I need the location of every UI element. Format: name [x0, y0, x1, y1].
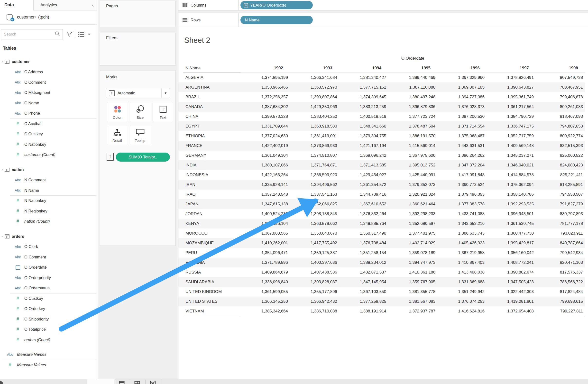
value-cell[interactable]: 793,023,911 — [536, 229, 585, 238]
value-cell[interactable]: 1,400,524,232 — [241, 209, 290, 219]
value-cell[interactable]: 1,415,560,014 — [388, 141, 437, 151]
value-cell[interactable]: 1,371,764,871 — [290, 160, 339, 170]
value-cell[interactable]: 1,372,654,408 — [486, 306, 536, 316]
field-item-o-custkey[interactable]: #O Custkey — [0, 293, 97, 303]
value-cell[interactable]: 1,386,633,743 — [437, 229, 486, 238]
value-cell[interactable]: 1,351,258,154 — [339, 248, 388, 258]
filters-card[interactable]: Filters — [100, 33, 176, 65]
value-cell[interactable]: 1,395,013,752 — [388, 160, 437, 170]
value-cell[interactable]: 1,422,163,264 — [241, 170, 290, 180]
new-dashboard-icon[interactable] — [134, 381, 140, 384]
row-header-cell[interactable]: UNITED KINGDOM — [183, 287, 241, 297]
value-cell[interactable]: 1,366,593,920 — [290, 170, 339, 180]
row-header-cell[interactable]: UNITED STATES — [183, 297, 241, 306]
value-cell[interactable]: 1,366,942,432 — [290, 297, 339, 306]
value-cell[interactable]: 1,375,068,487 — [437, 131, 486, 141]
value-cell[interactable]: 817,576,337 — [536, 267, 585, 277]
value-cell[interactable]: 1,359,078,189 — [388, 248, 437, 258]
column-group-header[interactable]: O Orderdate — [241, 56, 585, 61]
value-cell[interactable]: 1,350,317,490 — [339, 229, 388, 238]
value-cell[interactable]: 1,355,177,896 — [290, 287, 339, 297]
value-cell[interactable]: 783,467,951 — [536, 83, 585, 92]
value-cell[interactable]: 1,376,832,264 — [339, 209, 388, 219]
field-item-o-orderkey[interactable]: #O Orderkey — [0, 304, 97, 314]
value-cell[interactable]: 1,344,356,104 — [241, 219, 290, 229]
value-cell[interactable]: 1,389,234,012 — [339, 258, 388, 267]
value-cell[interactable]: 1,378,487,504 — [388, 121, 437, 131]
value-cell[interactable]: 1,344,709,416 — [339, 190, 388, 199]
value-cell[interactable]: 1,417,755,492 — [290, 238, 339, 248]
text-button[interactable]: TText — [153, 102, 173, 122]
value-cell[interactable]: 818,285,891 — [536, 180, 585, 190]
value-cell[interactable]: 799,406,878 — [536, 92, 585, 102]
value-cell[interactable]: 1,409,864,879 — [241, 267, 290, 277]
year-column-header[interactable]: 1992 — [236, 64, 285, 72]
year-column-header[interactable]: 1994 — [334, 64, 383, 72]
value-cell[interactable]: 1,432,871,537 — [339, 267, 388, 277]
value-cell[interactable]: 1,349,885,764 — [339, 219, 388, 229]
value-cell[interactable]: 1,429,434,027 — [339, 170, 388, 180]
new-worksheet-icon[interactable] — [119, 381, 125, 384]
value-cell[interactable]: 1,351,249,942 — [437, 287, 486, 297]
table-item-orders[interactable]: ✓orders — [0, 231, 97, 241]
value-cell[interactable]: 1,361,530,745 — [486, 219, 536, 229]
value-cell[interactable]: 825,060,522 — [536, 151, 585, 160]
value-cell[interactable]: 1,352,680,597 — [388, 219, 437, 229]
new-story-icon[interactable] — [150, 381, 156, 384]
value-cell[interactable]: 1,372,937,787 — [388, 306, 437, 316]
field-item-o-orderstatus[interactable]: AbcO Orderstatus — [0, 283, 97, 293]
value-cell[interactable]: 1,381,355,778 — [388, 287, 437, 297]
value-cell[interactable]: 1,363,578,662 — [290, 219, 339, 229]
field-item-o-orderdate[interactable]: O Orderdate — [0, 262, 97, 273]
table-item-customer[interactable]: ✓customer — [0, 56, 97, 67]
field-item-n-comment[interactable]: AbcN Comment — [0, 175, 97, 185]
value-cell[interactable]: 1,337,541,163 — [290, 190, 339, 199]
value-cell[interactable]: 1,367,975,600 — [388, 151, 437, 160]
active-sheet-tab[interactable] — [87, 379, 114, 384]
value-cell[interactable]: 791,827,279 — [536, 199, 585, 209]
value-cell[interactable]: 1,376,738,484 — [339, 238, 388, 248]
value-cell[interactable]: 1,361,599,055 — [241, 287, 290, 297]
expand-check-icon[interactable]: ✓ — [1, 60, 5, 64]
row-header-cell[interactable]: VIETNAM — [183, 306, 241, 316]
value-cell[interactable]: 1,379,496,353 — [437, 190, 486, 199]
row-header-cell[interactable]: KENYA — [183, 219, 241, 229]
row-header-cell[interactable]: JAPAN — [183, 199, 241, 209]
value-cell[interactable]: 1,398,158,845 — [290, 209, 339, 219]
value-cell[interactable]: 1,377,024,630 — [241, 131, 290, 141]
value-cell[interactable]: 1,360,477,730 — [486, 229, 536, 238]
size-button[interactable]: Size — [130, 102, 150, 122]
value-cell[interactable]: 1,414,884,578 — [486, 170, 536, 180]
field-item-o-clerk[interactable]: AbcO Clerk — [0, 242, 97, 252]
row-header-cell[interactable]: JORDAN — [183, 209, 241, 219]
value-cell[interactable]: 1,367,329,960 — [437, 73, 486, 83]
value-cell[interactable]: 1,400,519,519 — [339, 112, 388, 121]
value-cell[interactable]: 832,515,393 — [536, 141, 585, 151]
value-cell[interactable]: 1,376,074,253 — [437, 297, 486, 306]
value-cell[interactable]: 1,386,710,038 — [290, 306, 339, 316]
value-cell[interactable]: 1,371,789,596 — [241, 258, 290, 267]
year-column-header[interactable]: 1998 — [531, 64, 580, 72]
value-cell[interactable]: 1,429,350,969 — [290, 102, 339, 112]
value-cell[interactable]: 1,410,361,186 — [388, 267, 437, 277]
value-cell[interactable]: 809,261,083 — [536, 102, 585, 112]
detail-button[interactable]: Detail — [107, 125, 127, 145]
value-cell[interactable]: 1,387,684,302 — [241, 102, 290, 112]
value-cell[interactable]: 1,367,103,550 — [339, 287, 388, 297]
value-cell[interactable]: 1,347,372,204 — [437, 160, 486, 170]
value-cell[interactable]: 1,331,369,688 — [437, 277, 486, 287]
value-cell[interactable]: 1,385,342,664 — [241, 306, 290, 316]
field-item-orders-count-[interactable]: #orders (Count) — [0, 335, 97, 345]
field-item-c-name[interactable]: AbcC Name — [0, 98, 97, 108]
value-cell[interactable]: 818,467,093 — [536, 112, 585, 121]
value-cell[interactable]: 1,354,096,471 — [241, 248, 290, 258]
row-header-cell[interactable]: CHINA — [183, 112, 241, 121]
value-cell[interactable]: 1,383,213,259 — [339, 102, 388, 112]
field-item-o-shippriority[interactable]: #O Shippriority — [0, 314, 97, 324]
value-cell[interactable]: 1,396,943,501 — [486, 209, 536, 219]
field-item-c-acctbal[interactable]: #C Acctbal — [0, 119, 97, 129]
value-cell[interactable]: 1,392,298,233 — [388, 209, 437, 219]
value-cell[interactable]: 1,378,826,491 — [486, 73, 536, 83]
value-cell[interactable]: 1,367,219,958 — [437, 248, 486, 258]
row-header-cell[interactable]: MOROCCO — [183, 229, 241, 238]
